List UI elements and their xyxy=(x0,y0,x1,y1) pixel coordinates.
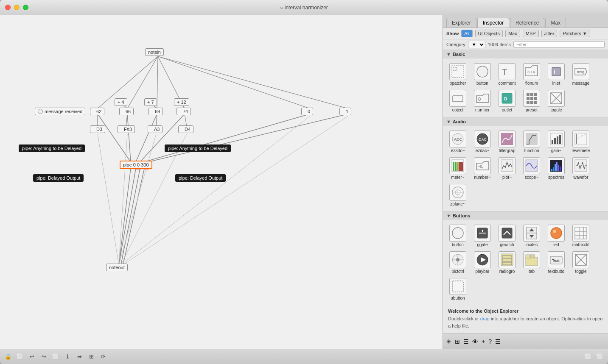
obj-numbertilde[interactable]: ~0. number~ xyxy=(471,156,494,181)
rpanel-btn-menu[interactable]: ☰ xyxy=(495,338,501,345)
obj-toggle2[interactable]: toggle xyxy=(569,250,592,275)
plus4-object[interactable]: + 4 xyxy=(115,98,127,106)
obj-toggle[interactable]: toggle xyxy=(545,89,568,114)
panel-scroll[interactable]: ▼ Basic bpatcher xyxy=(443,50,608,304)
svg-rect-127 xyxy=(452,281,463,292)
obj-scope[interactable]: scope~ xyxy=(520,156,543,181)
rpanel-btn-list[interactable]: ☰ xyxy=(463,338,469,345)
patcher-canvas[interactable]: notein + 4 + 7 + 12 62 66 69 74 0 1 D3 F… xyxy=(0,15,443,349)
obj-message[interactable]: msg message xyxy=(569,62,592,87)
plus12-object[interactable]: + 12 xyxy=(174,98,189,106)
rpanel-btn-add[interactable]: + xyxy=(482,338,485,345)
obj-button2[interactable]: button xyxy=(446,223,469,248)
obj-incdec[interactable]: incdec xyxy=(520,223,543,248)
basic-arrow: ▼ xyxy=(446,52,451,57)
undo-btn[interactable]: ↩ xyxy=(27,352,36,361)
category-dropdown[interactable]: ▼ xyxy=(468,41,485,48)
obj-plot[interactable]: plot~ xyxy=(496,156,518,181)
obj-function[interactable]: function xyxy=(520,129,543,154)
obj-ubutton[interactable]: ubutton xyxy=(446,277,469,302)
svg-text:3.14: 3.14 xyxy=(527,70,535,74)
obj-button[interactable]: button xyxy=(471,62,494,87)
close-button[interactable] xyxy=(5,5,11,10)
present-btn[interactable]: ⬜ xyxy=(15,352,25,361)
tab-inspector[interactable]: Inspector xyxy=(477,18,509,28)
d3-object[interactable]: D3 xyxy=(90,125,105,133)
show-patchers-btn[interactable]: Patchers ▼ xyxy=(560,30,590,37)
obj-playbar[interactable]: playbar xyxy=(471,250,494,275)
obj-outlet[interactable]: O outlet xyxy=(496,89,518,114)
tab-max[interactable]: Max xyxy=(545,18,566,28)
obj-zplane[interactable]: zplane~ xyxy=(446,183,469,208)
rpanel-btn-eye[interactable]: 👁 xyxy=(472,338,478,345)
basic-section-header[interactable]: ▼ Basic xyxy=(443,50,608,58)
obj-flonum[interactable]: 3.14 flonum xyxy=(520,62,543,87)
tab-reference[interactable]: Reference xyxy=(510,18,544,28)
num66-object[interactable]: 66 xyxy=(119,108,134,115)
pipe-object[interactable]: pipe 0 0 300 xyxy=(120,161,152,169)
obj-number[interactable]: 0 number xyxy=(471,89,494,114)
filter-input[interactable] xyxy=(513,41,605,48)
obj-filtergraph[interactable]: filtergrap xyxy=(496,129,518,154)
obj-inlet[interactable]: i inlet xyxy=(545,62,568,87)
ggate-label: ggate xyxy=(477,242,488,247)
show-ui-btn[interactable]: UI Objects xyxy=(475,30,503,37)
plus7-object[interactable]: + 7 xyxy=(144,98,157,106)
num62-object[interactable]: 62 xyxy=(90,108,104,115)
obj-led[interactable]: led xyxy=(545,223,568,248)
show-jitter-btn[interactable]: Jitter xyxy=(541,30,558,37)
tab-explorer[interactable]: Explorer xyxy=(446,18,476,28)
show-msp-btn[interactable]: MSP xyxy=(523,30,539,37)
obj-pictctrl[interactable]: pictctrl xyxy=(446,250,469,275)
obj-comment[interactable]: T comment xyxy=(496,62,518,87)
minimize-button[interactable] xyxy=(14,5,20,10)
fs3-object[interactable]: F#3 xyxy=(118,125,135,133)
obj-tab[interactable]: tab xyxy=(520,250,543,275)
goto-btn[interactable]: ➡ xyxy=(75,352,84,361)
lock-btn[interactable]: 🔒 xyxy=(3,352,13,361)
obj-spectros[interactable]: spectros xyxy=(545,156,568,181)
buttons-section-header[interactable]: ▼ Buttons xyxy=(443,211,608,220)
svg-line-24 xyxy=(119,134,127,265)
refresh-btn[interactable]: ⟳ xyxy=(98,352,108,361)
obj-gain[interactable]: gain~ xyxy=(545,129,568,154)
noteout-object[interactable]: noteout xyxy=(106,264,128,271)
obj-levelmete[interactable]: levelmete xyxy=(569,129,592,154)
obj-object[interactable]: object xyxy=(446,89,469,114)
zoom-btn[interactable]: ⬜ xyxy=(51,352,60,361)
grid-btn[interactable]: ⊞ xyxy=(87,352,96,361)
buttons-label: Buttons xyxy=(453,213,471,218)
show-max-btn[interactable]: Max xyxy=(505,30,520,37)
sidebar-btn[interactable]: ⬜ xyxy=(583,352,593,361)
obj-textbutton[interactable]: Text textbutto xyxy=(545,250,568,275)
obj-waveform[interactable]: wavefor xyxy=(569,156,592,181)
num69-object[interactable]: 69 xyxy=(148,108,163,115)
show-all-btn[interactable]: All xyxy=(461,30,472,37)
notein-object[interactable]: notein xyxy=(145,48,164,56)
rpanel-btn-help[interactable]: ? xyxy=(488,338,492,345)
d4-object[interactable]: D4 xyxy=(178,125,193,133)
obj-ggate[interactable]: ggate xyxy=(471,223,494,248)
audio-section-header[interactable]: ▼ Audio xyxy=(443,117,608,126)
obj-radiogroup[interactable]: radiogro xyxy=(496,250,518,275)
audio-label: Audio xyxy=(453,119,466,124)
num1-object[interactable]: 1 xyxy=(339,108,351,115)
panel-btn[interactable]: ⬜ xyxy=(595,352,605,361)
a3-object[interactable]: A3 xyxy=(148,125,163,133)
num74-object[interactable]: 74 xyxy=(177,108,191,115)
obj-preset[interactable]: preset xyxy=(520,89,543,114)
info-btn[interactable]: ℹ xyxy=(63,352,72,361)
maximize-button[interactable] xyxy=(23,5,28,10)
obj-meter[interactable]: meter~ xyxy=(446,156,469,181)
obj-matrixctrl[interactable]: matrixctrl xyxy=(569,223,592,248)
rpanel-btn-asterisk[interactable]: ✳ xyxy=(446,338,451,345)
rpanel-btn-grid[interactable]: ⊞ xyxy=(455,338,460,345)
obj-gswitch[interactable]: gswitch xyxy=(496,223,518,248)
obj-ezdac[interactable]: DAC ezdac~ xyxy=(471,129,494,154)
obj-ezadc[interactable]: ADC ezadc~ xyxy=(446,129,469,154)
redo-btn[interactable]: ↪ xyxy=(39,352,48,361)
obj-bpatcher[interactable]: bpatcher xyxy=(446,62,469,87)
num0-object[interactable]: 0 xyxy=(301,108,313,115)
msgrcvd-object[interactable]: message received xyxy=(35,108,85,115)
led-icon xyxy=(548,225,565,242)
